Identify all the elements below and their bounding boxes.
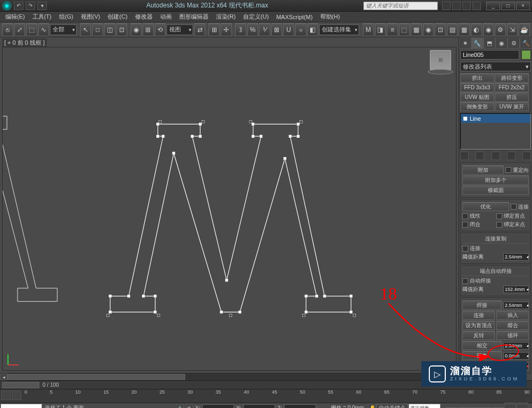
comm-center-icon[interactable]: [442, 2, 451, 10]
scale-tool-icon[interactable]: ⟲: [155, 23, 166, 36]
viewport-hscrollbar[interactable]: ◂ ▸: [0, 373, 459, 380]
threshold-spinner[interactable]: 2.54mm: [503, 253, 529, 261]
optimize-button[interactable]: 优化: [462, 202, 509, 211]
manipulate-icon[interactable]: ⊞: [209, 23, 220, 36]
schematic-view-icon[interactable]: ◉: [423, 23, 434, 36]
unlink-tool-icon[interactable]: ⤢: [14, 23, 26, 36]
material-editor-icon[interactable]: ⊡: [435, 23, 446, 36]
auto-weld-checkbox[interactable]: [462, 278, 468, 284]
reorient-checkbox[interactable]: [505, 167, 511, 173]
app-icon[interactable]: ◉: [2, 1, 12, 11]
cross-section-button[interactable]: 横截面: [462, 186, 529, 195]
cycle-button[interactable]: 循环: [496, 331, 529, 340]
key-filter-dropdown[interactable]: 选定对象: [409, 404, 440, 408]
weld-spinner[interactable]: 2.54mm: [503, 302, 529, 309]
tab-display[interactable]: ⚙: [508, 37, 520, 49]
help-search-input[interactable]: 键入关键字或短语: [363, 2, 438, 10]
x-coord-field[interactable]: [202, 404, 234, 408]
named-sel-set-dropdown[interactable]: 创建选择集: [319, 24, 359, 35]
make-unique-icon[interactable]: [492, 152, 500, 160]
menu-views[interactable]: 视图(V): [78, 12, 104, 22]
render-iterative-icon[interactable]: ◉: [483, 23, 494, 36]
menu-create[interactable]: 创建(C): [104, 12, 130, 22]
z-coord-field[interactable]: [284, 404, 316, 408]
menu-modifiers[interactable]: 修改器: [132, 12, 156, 22]
mirror-icon[interactable]: ◧: [307, 23, 319, 36]
trackbar-filter-icon[interactable]: [12, 390, 21, 400]
object-name-field[interactable]: Line005: [460, 50, 519, 60]
angle-snap-icon[interactable]: %: [247, 23, 259, 36]
favorites-icon[interactable]: [452, 2, 461, 10]
track-ruler[interactable]: 0 5 10 15 20 25 30 35 40 45 50 55 60 65 …: [22, 389, 532, 403]
reverse-button[interactable]: 反转: [462, 331, 495, 340]
menu-tools[interactable]: 工具(T): [29, 12, 55, 22]
quick-dropdown[interactable]: ▾: [37, 2, 47, 10]
link-tool-icon[interactable]: ⎋: [2, 23, 13, 36]
weld-button[interactable]: 焊接: [462, 301, 502, 310]
layers-icon[interactable]: ≡: [387, 23, 398, 36]
viewport-label[interactable]: [ + 0 前 0 线框 ]: [2, 38, 47, 47]
mod-uvwmap-button[interactable]: UVW 贴图: [460, 93, 494, 102]
curve-editor-toggle-icon[interactable]: [1, 390, 11, 400]
close-button[interactable]: ×: [516, 2, 530, 10]
bind-space-warp-icon[interactable]: ⬚: [26, 23, 37, 36]
ref-coord-dropdown[interactable]: 视图: [167, 24, 193, 35]
viewcube-base[interactable]: [428, 69, 453, 74]
mod-ffd222-button[interactable]: FFD 2x2x2: [495, 83, 529, 92]
tab-hierarchy[interactable]: ⬒: [484, 37, 496, 49]
modifier-list-dropdown[interactable]: 修改器列表: [460, 62, 531, 71]
pin-stack-icon[interactable]: [460, 152, 469, 160]
spinner-snap-icon[interactable]: ⊠: [271, 23, 282, 36]
menu-help[interactable]: 帮助(H): [317, 12, 343, 22]
connect-checkbox[interactable]: [511, 204, 517, 210]
move-tool-icon[interactable]: ◉: [131, 23, 142, 36]
attach-button[interactable]: 附加: [462, 165, 504, 174]
insert-button[interactable]: 插入: [496, 311, 529, 320]
object-color-swatch[interactable]: [521, 50, 531, 60]
bind-first-checkbox[interactable]: [496, 213, 502, 219]
scroll-left-icon[interactable]: ◂: [0, 373, 7, 380]
stack-expand-icon[interactable]: ◼: [463, 115, 468, 122]
remove-modifier-icon[interactable]: [507, 152, 516, 160]
orbit-view-icon[interactable]: [504, 404, 516, 408]
viewport-front[interactable]: [2, 47, 456, 371]
mod-pathdeform-button[interactable]: 路径变形: [495, 73, 529, 82]
select-by-name-icon[interactable]: □: [92, 23, 103, 36]
curve-editor-icon[interactable]: ▦: [411, 23, 422, 36]
menu-maxscript[interactable]: MAXScript(M): [273, 13, 315, 21]
threshold2-spinner[interactable]: 152.4mm: [503, 286, 529, 293]
connect-copy-checkbox[interactable]: [462, 246, 468, 252]
edit-named-sel-icon[interactable]: ⟐: [295, 23, 306, 36]
closed-checkbox[interactable]: [462, 222, 468, 228]
mod-extrude-button[interactable]: 挤出: [460, 73, 494, 82]
select-region-icon[interactable]: ◫: [104, 23, 115, 36]
pivot-center-icon[interactable]: ⇄: [194, 23, 205, 36]
modifier-stack[interactable]: ◼ Line: [460, 113, 531, 149]
undo-button[interactable]: ↶: [14, 2, 23, 10]
render-prod-icon[interactable]: ◐: [471, 23, 482, 36]
help-dropdown-icon[interactable]: [472, 2, 481, 10]
abs-rel-icon[interactable]: ⊞: [186, 404, 193, 408]
minimize-button[interactable]: _: [486, 2, 500, 10]
attach-mult-button[interactable]: 附加多个: [462, 176, 529, 185]
max-viewport-icon[interactable]: [517, 404, 528, 408]
mod-squeeze-button[interactable]: 挤压: [495, 93, 529, 102]
window-crossing-icon[interactable]: ⊡: [117, 23, 128, 36]
selection-filter-icon[interactable]: ∿: [38, 23, 49, 36]
rendered-frame-icon[interactable]: ▦: [459, 23, 470, 36]
keyboard-shortcut-icon[interactable]: ✢: [221, 23, 232, 36]
select-object-icon[interactable]: ↖: [80, 23, 92, 36]
menu-edit[interactable]: 编辑(E): [2, 12, 28, 22]
menu-group[interactable]: 组(G): [56, 12, 77, 22]
auto-key-button[interactable]: 自动关键点: [376, 404, 408, 408]
align-tool-icon[interactable]: ◨: [375, 23, 386, 36]
percent-snap-icon[interactable]: ⅟: [259, 23, 270, 36]
time-slider[interactable]: [2, 382, 39, 388]
mirror-tool-icon[interactable]: M: [363, 23, 374, 36]
mod-unwrapuvw-button[interactable]: UVW 展开: [495, 102, 529, 111]
render-preset-icon[interactable]: ⚙: [495, 23, 506, 36]
render-setup-icon[interactable]: ▤: [447, 23, 458, 36]
viewport-area[interactable]: [ + 0 前 0 线框 ]: [0, 37, 459, 380]
script-dropdown[interactable]: [1, 404, 42, 408]
rotate-tool-icon[interactable]: ⊞: [143, 23, 154, 36]
